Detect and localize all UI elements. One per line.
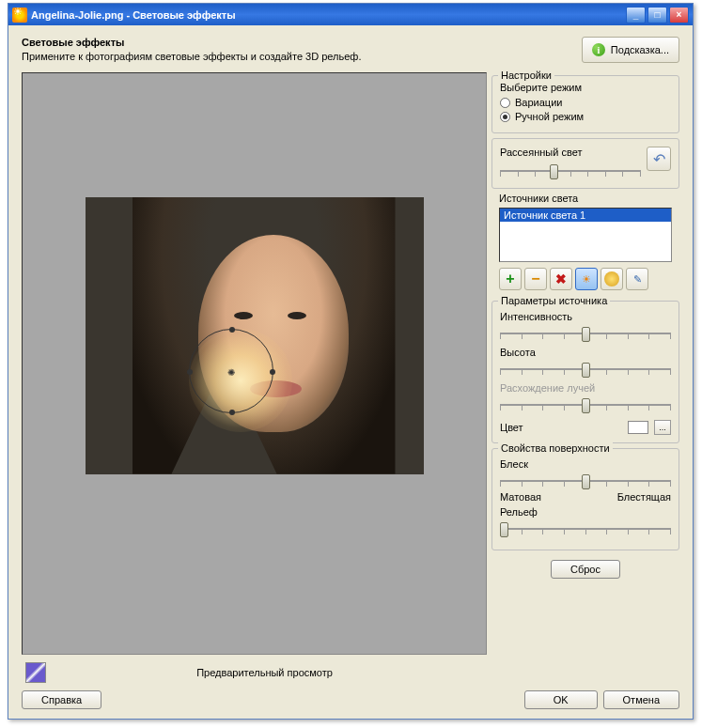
mode-label: Выберите режим — [500, 82, 671, 93]
settings-legend: Настройки — [498, 70, 554, 81]
preview-pane: ✺ Предварительный просмотр — [22, 72, 487, 683]
spread-slider — [500, 395, 671, 414]
eyedropper-icon: ✎ — [633, 273, 642, 286]
sources-label: Источники света — [499, 193, 672, 204]
preview-label: Предварительный просмотр — [46, 667, 483, 678]
surface-fieldset: Свойства поверхности Блеск Матовая Блест… — [491, 448, 679, 550]
reset-row: Сброс — [491, 560, 679, 579]
color-label: Цвет — [500, 422, 523, 433]
gizmo-handle-top[interactable] — [229, 327, 235, 333]
slider-thumb[interactable] — [500, 522, 508, 537]
maximize-button[interactable]: □ — [647, 7, 667, 23]
slider-thumb[interactable] — [582, 363, 590, 378]
delete-source-button[interactable]: ✖ — [550, 268, 572, 290]
gizmo-handle-right[interactable] — [270, 369, 275, 375]
header-row: Световые эффекты Примените к фотографиям… — [22, 37, 679, 63]
color-picker-button[interactable]: ✎ — [626, 268, 648, 290]
info-icon — [592, 43, 605, 56]
close-button[interactable]: × — [669, 7, 689, 23]
help-button[interactable]: Справка — [22, 690, 101, 709]
radio-variations[interactable]: Вариации — [500, 97, 671, 108]
color-picker-open-button[interactable]: ... — [654, 420, 671, 435]
content-area: Световые эффекты Примените к фотографиям… — [8, 25, 693, 719]
ambient-fieldset: Рассеянный свет ↶ — [491, 138, 679, 189]
ambient-slider[interactable] — [500, 162, 641, 180]
minimize-button[interactable]: _ — [626, 7, 646, 23]
radio-icon — [500, 112, 510, 122]
undo-button[interactable]: ↶ — [647, 147, 671, 171]
gizmo-center-icon[interactable]: ✺ — [227, 367, 235, 378]
light-gizmo[interactable]: ✺ — [189, 329, 273, 413]
cancel-button[interactable]: Отмена — [603, 690, 679, 709]
relief-slider[interactable] — [500, 519, 671, 538]
height-slider[interactable] — [500, 360, 671, 379]
eye — [234, 312, 253, 319]
gloss-label: Блеск — [500, 458, 671, 470]
dialog-window: Angelina-Jolie.png - Световые эффекты _ … — [8, 3, 694, 720]
page-title: Световые эффекты — [22, 37, 582, 48]
matte-label: Матовая — [500, 491, 541, 503]
surface-legend: Свойства поверхности — [498, 442, 613, 454]
spot-light-button[interactable] — [601, 268, 623, 290]
slider-thumb[interactable] — [550, 164, 558, 179]
slider-thumb[interactable] — [582, 474, 590, 489]
color-swatch[interactable] — [628, 421, 648, 434]
intensity-label: Интенсивность — [500, 311, 671, 322]
slider-thumb — [582, 398, 590, 413]
sun-icon: ☀ — [582, 273, 591, 286]
main-area: ✺ Предварительный просмотр Настройки Выб… — [22, 72, 679, 683]
slider-ticks — [500, 167, 641, 175]
gizmo-handle-bottom[interactable] — [229, 410, 235, 415]
ok-button[interactable]: OK — [524, 690, 598, 709]
intensity-slider[interactable] — [500, 324, 671, 343]
relief-label: Рельеф — [500, 506, 671, 518]
bottom-bar: Справка OK Отмена — [22, 683, 679, 709]
titlebar[interactable]: Angelina-Jolie.png - Световые эффекты _ … — [8, 4, 693, 25]
add-source-button[interactable]: + — [499, 268, 522, 290]
slider-ticks — [500, 525, 671, 533]
shiny-label: Блестящая — [617, 491, 671, 503]
list-item[interactable]: Источник света 1 — [500, 209, 671, 222]
ambient-label: Рассеянный свет — [500, 147, 641, 158]
hint-label: Подсказка... — [611, 44, 669, 55]
omni-light-button[interactable]: ☀ — [575, 268, 598, 290]
window-title: Angelina-Jolie.png - Световые эффекты — [31, 9, 624, 21]
height-label: Высота — [500, 347, 671, 358]
reset-button[interactable]: Сброс — [551, 560, 620, 579]
params-legend: Параметры источника — [498, 295, 610, 306]
app-icon — [12, 8, 27, 23]
radio-icon — [500, 98, 510, 108]
preview-canvas[interactable]: ✺ — [22, 72, 487, 655]
eye — [288, 312, 306, 319]
page-subtitle: Примените к фотографиям световые эффекты… — [22, 51, 582, 62]
photo-image: ✺ — [86, 197, 424, 474]
delete-icon: ✖ — [555, 271, 567, 287]
gloss-slider[interactable] — [500, 472, 671, 490]
spread-label: Расхождение лучей — [500, 382, 671, 394]
settings-fieldset: Настройки Выберите режим Вариации Ручной… — [491, 75, 679, 133]
sources-toolbar: + − ✖ ☀ ✎ — [499, 268, 672, 290]
settings-pane: Настройки Выберите режим Вариации Ручной… — [491, 72, 679, 683]
minus-icon: − — [531, 271, 539, 287]
preview-footer: Предварительный просмотр — [22, 655, 487, 683]
preview-toggle-button[interactable] — [25, 662, 46, 683]
gizmo-handle-left[interactable] — [187, 369, 193, 375]
radio-variations-label: Вариации — [515, 97, 562, 108]
header-text: Световые эффекты Примените к фотографиям… — [22, 37, 582, 62]
radio-manual[interactable]: Ручной режим — [500, 111, 671, 122]
hint-button[interactable]: Подсказка... — [582, 37, 679, 63]
radio-manual-label: Ручной режим — [515, 111, 584, 122]
sources-section: Источники света Источник света 1 + − ✖ ☀… — [491, 191, 679, 296]
slider-thumb[interactable] — [582, 327, 590, 342]
source-params-fieldset: Параметры источника Интенсивность Высота — [491, 301, 679, 443]
spotlight-icon — [604, 271, 619, 287]
plus-icon: + — [506, 271, 514, 287]
remove-source-button[interactable]: − — [524, 268, 547, 290]
sources-listbox[interactable]: Источник света 1 — [499, 208, 672, 262]
